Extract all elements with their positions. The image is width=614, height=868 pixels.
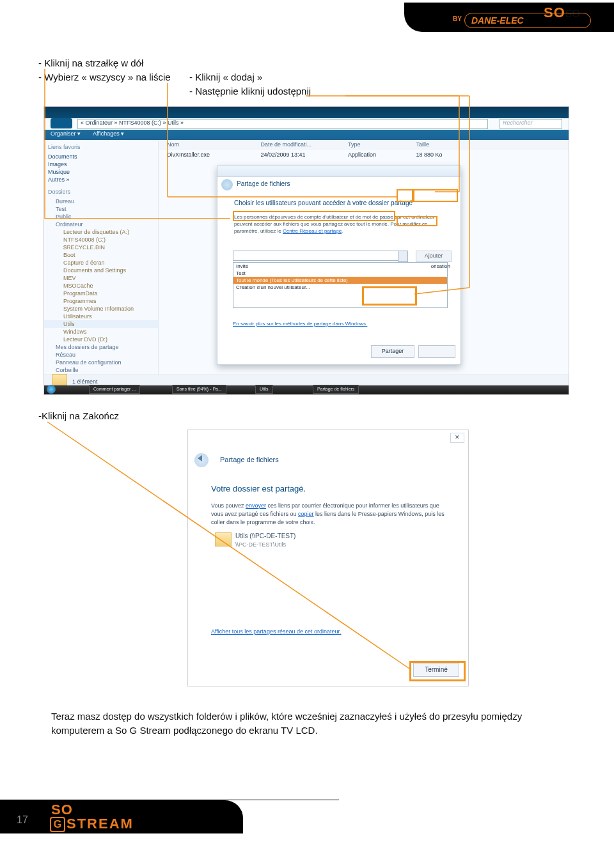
dialog2-title: Partage de fichiers <box>220 456 279 463</box>
tree-item[interactable]: NTFS40008 (C:) <box>44 236 158 244</box>
start-orb-icon[interactable] <box>47 385 56 394</box>
taskbar-item[interactable]: Utils <box>255 385 273 394</box>
file-list-header: Nom Date de modificati... Type Taille <box>159 141 569 150</box>
dialog2-paragraph: Vous pouvez envoyer ces liens par courri… <box>211 502 450 527</box>
share-path: \\PC-DE-TEST\Utils <box>235 541 286 548</box>
list-item[interactable]: Création d'un nouvel utilisateur... <box>233 284 447 291</box>
tree-item[interactable]: Test <box>44 205 158 213</box>
add-button[interactable]: Ajouter <box>416 251 452 262</box>
address-text: « Ordinateur » NTFS40008 (C:) » Utils » <box>78 120 184 126</box>
p2-a: Vous pouvez <box>211 502 246 509</box>
share-name[interactable]: Utils (\\PC-DE-TEST) <box>235 532 295 539</box>
dialog-heading: Choisir les utilisateurs pouvant accéder… <box>234 199 413 206</box>
address-bar[interactable]: « Ordinateur » NTFS40008 (C:) » Utils » <box>77 119 488 129</box>
window-titlebar <box>44 107 569 118</box>
cell-date: 24/02/2009 13:41 <box>253 151 339 158</box>
arrow-left-icon <box>198 455 202 461</box>
taskbar-item[interactable]: Sans titre (94%) - Pa... <box>172 385 226 394</box>
toolbar-organize[interactable]: Organiser ▾ <box>51 130 81 137</box>
list-item[interactable]: Test <box>233 270 447 277</box>
list-item-selected[interactable]: Tout le monde (Tous les utilisateurs de … <box>233 277 447 284</box>
cell-type: Application <box>340 151 407 158</box>
sidebar-item[interactable]: Autres » <box>44 176 158 183</box>
file-row[interactable]: DivXInstaller.exe 24/02/2009 13:41 Appli… <box>159 151 569 160</box>
tree-item[interactable]: Bureau <box>44 198 158 205</box>
share-button[interactable]: Partager <box>371 345 414 358</box>
screenshot-explorer: « Ordinateur » NTFS40008 (C:) » Utils » … <box>43 106 569 395</box>
cell-size: 18 880 Ko <box>409 151 475 158</box>
tree-item[interactable]: Programmes <box>44 297 158 305</box>
folder-icon <box>215 532 232 546</box>
sidebar-item[interactable]: Musique <box>44 168 158 176</box>
instr-line-5: -Kliknij na Zakończ <box>38 409 119 423</box>
taskbar-item[interactable]: Partage de fichiers <box>313 385 359 394</box>
dialog-back-icon[interactable] <box>221 179 233 190</box>
instr-line-4: - Następnie kliknij udostępnij <box>189 84 311 98</box>
explorer-sidebar: Liens favoris Documents Images Musique A… <box>44 141 159 375</box>
cancel-button[interactable] <box>418 345 455 358</box>
tree-item[interactable]: Réseau <box>44 351 158 359</box>
brand-by: BY <box>453 15 462 22</box>
chevron-down-icon[interactable] <box>398 251 408 262</box>
learn-more-link[interactable]: En savoir plus sur les méthodes de parta… <box>233 321 367 327</box>
sidebar-favorites-header: Liens favoris <box>44 141 158 153</box>
col-size[interactable]: Taille <box>409 141 475 148</box>
close-icon[interactable]: ✕ <box>450 433 464 443</box>
dialog-title: Partage de fichiers <box>237 180 290 187</box>
tree-item[interactable]: Corbeille <box>44 366 158 374</box>
sidebar-folders-header: Dossiers <box>44 186 158 198</box>
tree-item[interactable]: Mes dossiers de partage <box>44 343 158 351</box>
page-root: SO BY DANE-ELEC - Kliknij na strzałkę w … <box>0 0 614 868</box>
tree-item[interactable]: Lecteur de disquettes (A:) <box>44 228 158 236</box>
sidebar-item[interactable]: Images <box>44 160 158 168</box>
tree-item[interactable]: Utilisateurs <box>44 313 158 320</box>
tree-item[interactable]: MSOCache <box>44 282 158 290</box>
share-dialog: Partage de fichiers Choisir les utilisat… <box>217 166 461 365</box>
final-paragraph: Teraz masz dostęp do wszystkich folderów… <box>51 709 550 738</box>
user-combobox[interactable] <box>233 251 407 261</box>
tree-item-selected[interactable]: Utils <box>44 320 158 328</box>
folder-icon <box>52 374 67 385</box>
list-item[interactable]: Invité <box>233 263 447 270</box>
col-name[interactable]: Nom <box>159 141 251 148</box>
tree-item[interactable]: System Volume Information <box>44 305 158 313</box>
screenshot-share-done: ✕ Partage de fichiers Votre dossier est … <box>187 430 469 686</box>
tree-item[interactable]: Boot <box>44 251 158 259</box>
finish-button[interactable]: Terminé <box>413 663 459 677</box>
list-right-col: orisation <box>431 263 450 269</box>
dlg-p-link[interactable]: Centre Réseau et partage <box>283 228 342 234</box>
tree-item[interactable]: $RECYCLE.BIN <box>44 244 158 251</box>
col-date[interactable]: Date de modificati... <box>253 141 339 148</box>
toolbar-views[interactable]: Affichages ▾ <box>93 130 124 137</box>
footer-g-icon: G <box>50 817 65 832</box>
search-input[interactable]: Rechercher <box>500 119 562 129</box>
col-type[interactable]: Type <box>340 141 407 148</box>
cell-name: DivXInstaller.exe <box>159 151 251 158</box>
brand-pill: DANE-ELEC <box>464 13 591 28</box>
instr-line-2: - Wybierz « wszyscy » na liście <box>38 70 171 84</box>
dialog2-heading: Votre dossier est partagé. <box>211 484 306 493</box>
nav-back-icon[interactable] <box>51 118 72 128</box>
send-link[interactable]: envoyer <box>246 502 266 509</box>
dialog-titlebar <box>217 166 460 177</box>
taskbar-item[interactable]: Comment partager ... <box>89 385 140 394</box>
tree-item[interactable]: MEV <box>44 274 158 282</box>
copy-link[interactable]: copier <box>298 511 314 517</box>
tree-item[interactable]: Public <box>44 213 158 221</box>
tree-item[interactable]: Windows <box>44 328 158 336</box>
show-all-shares-link[interactable]: Afficher tous les partages réseau de cet… <box>211 628 341 635</box>
tree-item[interactable]: Lecteur DVD (D:) <box>44 336 158 343</box>
sidebar-item[interactable]: Documents <box>44 153 158 160</box>
footer-stream: STREAM <box>67 816 134 832</box>
search-placeholder: Rechercher <box>500 120 533 126</box>
tree-item[interactable]: Ordinateur <box>44 221 158 228</box>
tree-item[interactable]: Panneau de configuration <box>44 359 158 366</box>
tree-item[interactable]: ProgramData <box>44 290 158 297</box>
status-text: 1 élément <box>72 378 98 385</box>
instr-line-3: - Kliknij « dodaj » <box>189 70 262 84</box>
tree-item[interactable]: Documents and Settings <box>44 267 158 274</box>
user-listbox[interactable]: Invité Test Tout le monde (Tous les util… <box>233 262 448 308</box>
tree-item[interactable]: Capture d écran <box>44 259 158 267</box>
instr-line-1: - Kliknij na strzałkę w dół <box>38 56 143 70</box>
page-number: 17 <box>17 814 28 826</box>
